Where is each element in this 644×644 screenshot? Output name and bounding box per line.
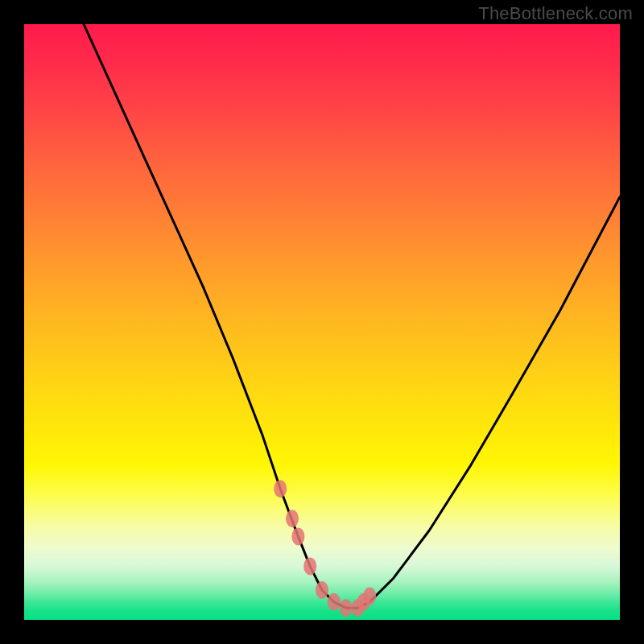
curve-marker (328, 593, 341, 611)
bottleneck-curve (84, 24, 620, 608)
chart-frame: TheBottleneck.com (0, 0, 644, 644)
plot-area (24, 24, 620, 620)
curve-marker (363, 587, 376, 605)
curve-marker (274, 480, 287, 497)
curve-marker (291, 527, 304, 545)
curve-marker (316, 581, 328, 599)
curve-marker (303, 557, 316, 575)
curve-layer (24, 24, 620, 620)
watermark-label: TheBottleneck.com (478, 3, 633, 24)
curve-marker (340, 599, 353, 617)
curve-marker (286, 510, 299, 527)
